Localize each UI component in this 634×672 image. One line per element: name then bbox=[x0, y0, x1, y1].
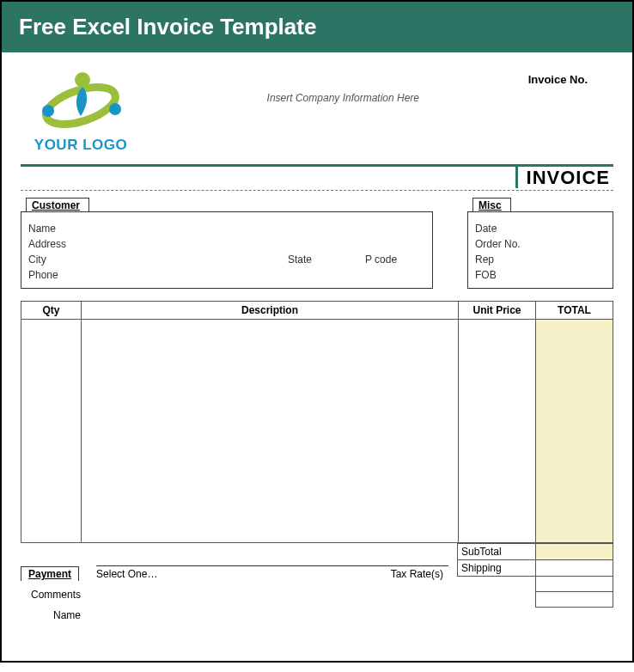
shipping-row: Shipping bbox=[458, 560, 613, 577]
name-label: Name bbox=[28, 223, 80, 235]
col-description: Description bbox=[82, 302, 459, 320]
comments-name-row[interactable]: Name bbox=[21, 609, 448, 621]
misc-body: Date Order No. Rep FOB bbox=[467, 211, 613, 289]
taxrate-value-row bbox=[458, 577, 613, 592]
col-total: TOTAL bbox=[536, 302, 613, 320]
company-logo-icon bbox=[29, 68, 132, 137]
cell-qty[interactable] bbox=[21, 320, 82, 543]
payment-tab: Payment bbox=[21, 566, 79, 581]
misc-box: Misc Date Order No. Rep FOB bbox=[467, 206, 613, 289]
logo-caption: YOUR LOGO bbox=[21, 137, 141, 154]
customer-body: Name Address City State P code Phone bbox=[21, 211, 433, 289]
info-section-row: Customer Name Address City State P code … bbox=[21, 206, 613, 289]
shipping-label: Shipping bbox=[458, 560, 536, 577]
cell-total[interactable] bbox=[536, 320, 613, 543]
banner-title: Free Excel Invoice Template bbox=[19, 14, 316, 40]
company-info-placeholder[interactable]: Insert Company Information Here bbox=[267, 92, 419, 104]
misc-orderno-row[interactable]: Order No. bbox=[475, 236, 606, 252]
misc-date-row[interactable]: Date bbox=[475, 221, 606, 236]
fob-label: FOB bbox=[475, 269, 535, 281]
header-row: YOUR LOGO Insert Company Information Her… bbox=[21, 68, 613, 154]
line-items-table: Qty Description Unit Price TOTAL bbox=[21, 301, 613, 543]
customer-phone-row[interactable]: Phone bbox=[28, 267, 425, 283]
rep-label: Rep bbox=[475, 254, 535, 266]
totals-grid: SubTotal Shipping bbox=[457, 543, 613, 608]
invoice-page: YOUR LOGO Insert Company Information Her… bbox=[0, 52, 634, 663]
customer-address-row[interactable]: Address bbox=[28, 236, 425, 252]
comments-label: Comments bbox=[21, 589, 81, 601]
cell-description[interactable] bbox=[82, 320, 459, 543]
date-label: Date bbox=[475, 223, 535, 235]
state-label: State bbox=[288, 254, 348, 266]
pcode-label: P code bbox=[365, 254, 425, 266]
payment-row: Payment Select One… Tax Rate(s) bbox=[21, 565, 448, 580]
misc-tab: Misc bbox=[472, 198, 511, 211]
phone-label: Phone bbox=[28, 269, 80, 281]
payment-select[interactable]: Select One… bbox=[96, 568, 157, 580]
shipping-value[interactable] bbox=[535, 560, 613, 577]
comments-row: Comments bbox=[21, 589, 448, 601]
comments-name-label: Name bbox=[21, 609, 81, 621]
col-qty: Qty bbox=[21, 302, 82, 320]
footer-left: Payment Select One… Tax Rate(s) Comments… bbox=[21, 543, 457, 621]
address-label: Address bbox=[28, 238, 80, 250]
page-banner: Free Excel Invoice Template bbox=[0, 0, 634, 52]
orderno-label: Order No. bbox=[475, 238, 535, 250]
taxrate-value-2[interactable] bbox=[535, 592, 613, 608]
svg-point-2 bbox=[42, 105, 54, 117]
logo-block: YOUR LOGO bbox=[21, 68, 141, 154]
svg-point-1 bbox=[75, 72, 90, 88]
customer-tab: Customer bbox=[26, 198, 89, 211]
svg-point-3 bbox=[109, 103, 121, 115]
taxrate-value[interactable] bbox=[535, 577, 613, 592]
invoice-number-label: Invoice No. bbox=[528, 73, 588, 86]
col-unit-price: Unit Price bbox=[459, 302, 536, 320]
invoice-title-bar: INVOICE bbox=[21, 164, 613, 188]
table-header-row: Qty Description Unit Price TOTAL bbox=[21, 302, 613, 320]
customer-name-row[interactable]: Name bbox=[28, 221, 425, 236]
subtotal-row: SubTotal bbox=[458, 544, 613, 560]
cell-unit-price[interactable] bbox=[459, 320, 536, 543]
subtotal-label: SubTotal bbox=[458, 544, 536, 560]
customer-city-row[interactable]: City State P code bbox=[28, 252, 425, 267]
divider-dashed bbox=[21, 190, 613, 191]
customer-box: Customer Name Address City State P code … bbox=[21, 206, 433, 289]
misc-rep-row[interactable]: Rep bbox=[475, 252, 606, 267]
city-label: City bbox=[28, 254, 80, 266]
invoice-title: INVOICE bbox=[515, 164, 613, 188]
footer-right: SubTotal Shipping bbox=[457, 543, 613, 621]
footer-row: Payment Select One… Tax Rate(s) Comments… bbox=[21, 543, 613, 621]
subtotal-value[interactable] bbox=[535, 544, 613, 560]
misc-fob-row[interactable]: FOB bbox=[475, 267, 606, 283]
taxrate-value-row-2 bbox=[458, 592, 613, 608]
tax-rates-label: Tax Rate(s) bbox=[391, 568, 448, 580]
table-body-row[interactable] bbox=[21, 320, 613, 543]
